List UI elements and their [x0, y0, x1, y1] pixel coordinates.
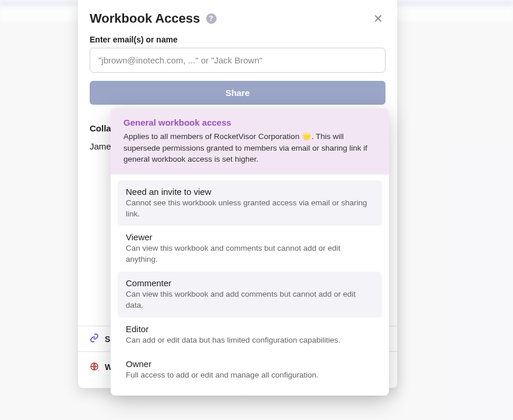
- option-title: Editor: [126, 324, 374, 334]
- option-editor[interactable]: Editor Can add or edit data but has limi…: [118, 318, 382, 353]
- modal-title: Workbook Access: [90, 11, 200, 26]
- dropdown-header: General workbook access Applies to all m…: [111, 108, 389, 175]
- option-need-invite[interactable]: Need an invite to view Cannot see this w…: [118, 180, 382, 226]
- email-input[interactable]: [90, 48, 385, 73]
- option-commenter[interactable]: Commenter Can view this workbook and add…: [118, 272, 382, 318]
- option-desc: Full access to add or edit and manage al…: [126, 370, 374, 381]
- option-desc: Can view this workbook and add comments …: [126, 289, 374, 311]
- option-owner[interactable]: Owner Full access to add or edit and man…: [118, 353, 382, 387]
- dropdown-header-desc: Applies to all members of RocketVisor Co…: [123, 131, 376, 165]
- dropdown-option-list: Need an invite to view Cannot see this w…: [111, 175, 389, 396]
- link-icon: [90, 333, 99, 344]
- option-desc: Cannot see this workbook unless granted …: [126, 198, 374, 220]
- sharing-link-label: S: [105, 334, 110, 344]
- option-desc: Can view this workbook and comments but …: [126, 243, 374, 265]
- close-button[interactable]: ✕: [371, 10, 385, 27]
- globe-icon: [90, 362, 99, 373]
- option-desc: Can add or edit data but has limited con…: [126, 335, 374, 346]
- share-button[interactable]: Share: [90, 81, 385, 105]
- help-icon[interactable]: ?: [206, 13, 217, 24]
- access-level-dropdown: General workbook access Applies to all m…: [111, 108, 389, 396]
- option-viewer[interactable]: Viewer Can view this workbook and commen…: [118, 226, 382, 272]
- dropdown-header-title: General workbook access: [123, 118, 376, 127]
- option-title: Need an invite to view: [126, 187, 374, 197]
- dropdown-arrow-icon: [248, 395, 259, 396]
- email-input-label: Enter email(s) or name: [90, 35, 385, 44]
- option-title: Commenter: [126, 278, 374, 288]
- option-title: Owner: [126, 359, 374, 369]
- close-icon: ✕: [373, 12, 383, 25]
- option-title: Viewer: [126, 232, 374, 242]
